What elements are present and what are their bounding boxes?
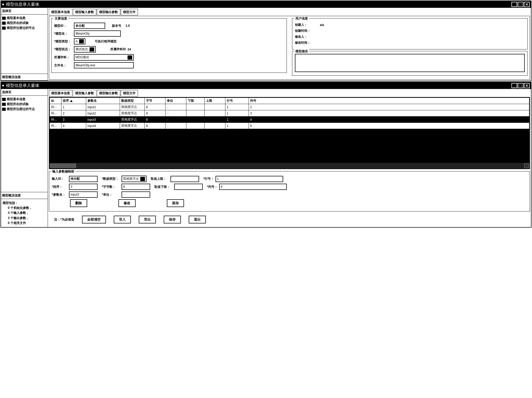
table-row[interactable]: 待...4input4双精度浮点8··15 — [50, 123, 529, 129]
delete-button[interactable]: 删除 — [70, 199, 87, 207]
sidebar-header: 选择页 — [1, 89, 48, 96]
window-title: 模型信息录入窗体 — [6, 2, 511, 7]
col-bytes[interactable]: 字节 — [145, 98, 166, 104]
tree-item-nodes[interactable]: 模型所注册过的节点 — [2, 107, 47, 112]
scrollbar-right-button[interactable] — [524, 163, 529, 168]
tree-item-basic[interactable]: 模型基本信息 — [2, 16, 47, 21]
document-icon — [2, 22, 6, 25]
edit-box: 输入参数编辑框 输入ID： *数据类型：双精度浮点 取值上限： *行号： *排序… — [49, 171, 530, 211]
col-low[interactable]: 下限 — [186, 98, 205, 104]
footer: 注：*为必填项 全部清空 导入 导出 保存 退出 — [49, 213, 530, 226]
save-button[interactable]: 保存 — [164, 216, 181, 223]
col-name[interactable]: 参数名 — [86, 98, 120, 104]
subject-select[interactable]: MDO测试 — [74, 54, 134, 61]
dropdown-icon — [90, 47, 94, 52]
subject-id-value: 24 — [128, 48, 131, 51]
col-row[interactable]: 行号 — [225, 98, 249, 104]
document-icon — [2, 27, 6, 30]
clear-all-button[interactable]: 全部清空 — [82, 216, 106, 223]
required-note: 注：*为必填项 — [54, 217, 74, 222]
grid-header-row: ID 排序 参数名 数据类型 字节 单位 下限 上限 行号 列号 — [50, 98, 529, 104]
status-file-count: 0 个相关文件 — [3, 221, 46, 226]
tab-output-params[interactable]: 模型输出参数 — [97, 9, 120, 15]
window-input-params: 模型信息录入窗体 _ □ ✕ 选择页 模型基本信息 模型所在的试验 模型所注册过… — [1, 82, 531, 228]
tab-input-params[interactable]: 模型输入参数 — [73, 90, 96, 97]
tab-model-files[interactable]: 模型文件 — [121, 9, 138, 15]
titlebar: 模型信息录入窗体 _ □ ✕ — [1, 82, 531, 89]
sort-asc-icon — [70, 100, 73, 102]
close-button[interactable]: ✕ — [524, 83, 530, 88]
maximize-button[interactable]: □ — [518, 2, 523, 7]
model-status-select[interactable]: 测试状态 — [74, 46, 96, 53]
document-icon — [2, 103, 6, 106]
model-type-select[interactable]: A — [74, 38, 85, 44]
sidebar-status-header: 模型概况信息 — [1, 74, 48, 81]
creator-value: alx — [320, 23, 324, 27]
rownum-field[interactable] — [216, 176, 283, 182]
maximize-button[interactable]: □ — [518, 83, 523, 88]
tab-basic-info[interactable]: 模型基本信息 — [49, 9, 72, 15]
filename-field[interactable] — [74, 62, 134, 68]
sidebar-tree: 模型基本信息 模型所在的试验 模型所注册过的节点 — [1, 15, 48, 74]
table-row[interactable]: 待...2input2双精度浮点8··13 — [50, 110, 529, 117]
exit-button[interactable]: 退出 — [189, 216, 206, 223]
sidebar-header: 选择页 — [1, 8, 48, 15]
tree-item-basic[interactable]: 模型基本信息 — [2, 97, 47, 102]
tab-basic-info[interactable]: 模型基本信息 — [49, 90, 72, 97]
import-button[interactable]: 导入 — [114, 216, 131, 223]
dropdown-icon — [128, 55, 132, 60]
add-button[interactable]: 添加 — [167, 199, 184, 207]
tabs: 模型基本信息 模型输入参数 模型输出参数 模型文件 — [49, 90, 530, 97]
tab-output-params[interactable]: 模型输出参数 — [97, 90, 120, 97]
window-title: 模型信息录入窗体 — [6, 83, 511, 88]
sidebar-tree: 模型基本信息 模型所在的试验 模型所注册过的节点 — [1, 96, 48, 192]
col-id[interactable]: ID — [50, 98, 61, 104]
app-icon — [2, 85, 4, 86]
status-output-count: 3 个输出参数， — [3, 216, 46, 221]
input-id-field[interactable] — [69, 176, 98, 182]
bytes-field[interactable] — [122, 184, 150, 190]
titlebar: 模型信息录入窗体 _ □ ✕ — [1, 1, 531, 8]
table-row[interactable]: 待...3input3双精度浮点8··14 — [50, 117, 529, 123]
scrollbar-thumb[interactable] — [50, 164, 76, 168]
modify-button[interactable]: 修改 — [118, 199, 136, 207]
model-name-field[interactable] — [74, 30, 121, 37]
desc-fieldset: 模型描述 — [292, 51, 528, 76]
tab-input-params[interactable]: 模型输入参数 — [73, 9, 96, 15]
col-col[interactable]: 列号 — [249, 98, 529, 104]
col-unit[interactable]: 单位 — [166, 98, 186, 104]
tree-item-experiment[interactable]: 模型所在的试验 — [2, 21, 47, 25]
basic-panel: 主要信息 模型ID： 版本号 1.0 *模型名： — [49, 16, 530, 80]
description-field[interactable] — [295, 54, 525, 72]
dtype-select[interactable]: 双精度浮点 — [122, 176, 147, 182]
document-icon — [2, 17, 6, 20]
model-id-field[interactable] — [74, 23, 105, 29]
unit-field[interactable] — [122, 191, 150, 198]
upper-field[interactable] — [170, 176, 199, 182]
col-sort[interactable]: 排序 — [61, 98, 86, 104]
sort-field[interactable] — [69, 184, 98, 190]
lower-field[interactable] — [174, 184, 203, 190]
grid-empty-area — [49, 129, 529, 163]
dropdown-icon — [140, 177, 145, 181]
col-dtype[interactable]: 数据类型 — [120, 98, 145, 104]
close-button[interactable]: ✕ — [524, 2, 530, 7]
dropdown-icon — [79, 39, 84, 43]
export-button[interactable]: 导出 — [139, 216, 156, 223]
horizontal-scrollbar[interactable] — [49, 163, 529, 169]
tab-model-files[interactable]: 模型文件 — [121, 90, 138, 97]
tabs: 模型基本信息 模型输入参数 模型输出参数 模型文件 — [49, 9, 530, 15]
document-icon — [2, 108, 6, 111]
sidebar-status-content: 模型包括： 0 个初始化参数， 4 个输入参数， 3 个输出参数， 0 个相关文… — [1, 199, 48, 227]
tree-item-nodes[interactable]: 模型所注册过的节点 — [2, 25, 47, 30]
minimize-button[interactable]: _ — [511, 2, 517, 7]
param-grid: ID 排序 参数名 数据类型 字节 单位 下限 上限 行号 列号 待...1in — [49, 97, 530, 169]
version-value: 1.0 — [125, 24, 130, 28]
colnum-field[interactable] — [219, 184, 287, 190]
document-icon — [2, 98, 6, 101]
pname-field[interactable] — [69, 191, 98, 198]
minimize-button[interactable]: _ — [511, 83, 517, 88]
table-row[interactable]: 待...1input1双精度浮点8··12 — [50, 104, 529, 110]
tree-item-experiment[interactable]: 模型所在的试验 — [2, 102, 47, 107]
col-high[interactable]: 上限 — [205, 98, 225, 104]
